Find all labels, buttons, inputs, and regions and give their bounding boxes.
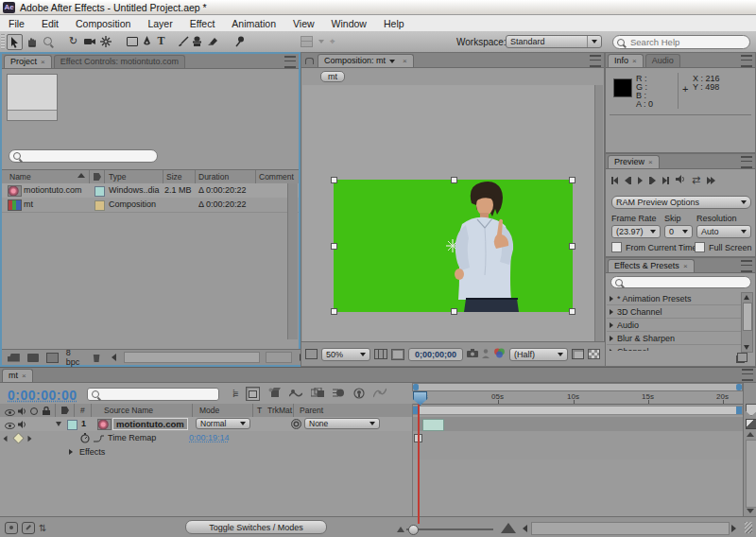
panel-menu-icon[interactable] <box>741 260 752 272</box>
scroll-down-arrow[interactable] <box>744 345 749 350</box>
rectangle-tool[interactable] <box>125 34 139 48</box>
expander-icon[interactable] <box>69 449 73 455</box>
show-channel-icon[interactable] <box>493 348 506 360</box>
time-navigator[interactable] <box>412 383 743 391</box>
effects-group-row[interactable]: Effects <box>0 445 412 460</box>
layer-row-1[interactable]: 1 motiontuto.com Normal None <box>0 417 412 432</box>
layer-duration-bar[interactable] <box>422 419 444 431</box>
pen-tool[interactable] <box>140 34 154 48</box>
selection-handle[interactable] <box>331 243 337 250</box>
comp-viewer[interactable] <box>302 85 597 342</box>
panel-menu-icon[interactable] <box>741 55 752 67</box>
effects-category-blur-sharpen[interactable]: Blur & Sharpen <box>607 332 745 345</box>
col-number[interactable]: # <box>80 406 85 415</box>
col-t[interactable]: T <box>257 406 262 415</box>
hscroll-thumb[interactable] <box>266 352 292 363</box>
expander-icon[interactable] <box>610 336 613 341</box>
effects-category-audio[interactable]: Audio <box>607 319 745 332</box>
loop-button[interactable]: ⇄ <box>692 174 700 186</box>
effects-category-animation-presets[interactable]: * Animation Presets <box>607 292 745 305</box>
folder-icon[interactable] <box>27 354 39 362</box>
tab-info[interactable]: Info× <box>608 54 644 67</box>
comp-timecode[interactable]: 0;00;00;00 <box>408 348 463 361</box>
menu-effect[interactable]: Effect <box>181 18 224 29</box>
graph-editor-icon[interactable] <box>373 388 387 400</box>
scroll-up-arrow[interactable] <box>747 432 754 437</box>
selection-handle[interactable] <box>569 177 576 183</box>
menu-edit[interactable]: Edit <box>33 18 67 29</box>
menu-composition[interactable]: Composition <box>67 18 139 29</box>
draft-3d-icon[interactable] <box>268 388 281 400</box>
interpret-footage-icon[interactable] <box>8 354 20 362</box>
trash-icon[interactable] <box>93 353 100 362</box>
selection-handle[interactable] <box>331 177 337 183</box>
comp-button-icon[interactable] <box>746 419 756 429</box>
lock-icon[interactable] <box>43 407 50 417</box>
play-button[interactable] <box>638 177 643 184</box>
hscroll-track[interactable] <box>124 352 260 363</box>
expand-layer-switches-icon[interactable] <box>5 522 18 534</box>
expander-icon[interactable] <box>610 296 613 302</box>
expand-in-out-icon[interactable]: ⇅ <box>39 523 46 533</box>
menu-view[interactable]: View <box>284 18 323 29</box>
tab-preview[interactable]: Preview× <box>608 155 660 168</box>
menu-layer[interactable]: Layer <box>139 18 180 29</box>
label-column-icon[interactable] <box>94 173 101 181</box>
project-search-box[interactable] <box>9 149 158 163</box>
tab-effects-presets[interactable]: Effects & Presets× <box>608 259 695 272</box>
ram-preview-options-dropdown[interactable]: RAM Preview Options <box>611 196 751 209</box>
menu-animation[interactable]: Animation <box>223 18 284 29</box>
close-icon[interactable]: × <box>683 262 688 270</box>
menu-help[interactable]: Help <box>375 18 413 29</box>
hide-shy-layers-icon[interactable] <box>289 389 302 400</box>
comp-mini-flowchart-chip[interactable]: mt <box>320 71 345 82</box>
project-row-comp[interactable]: mt Composition Δ 0:00:20:22 <box>2 198 299 213</box>
show-snapshot-icon[interactable] <box>482 349 490 360</box>
stopwatch-icon[interactable] <box>80 433 90 445</box>
hscroll-left-arrow[interactable] <box>112 354 116 361</box>
eraser-tool[interactable] <box>205 34 219 48</box>
selection-handle[interactable] <box>331 308 337 315</box>
blend-mode-dropdown[interactable]: Normal <box>196 418 250 429</box>
close-icon[interactable]: × <box>648 158 653 166</box>
next-frame-button[interactable] <box>649 177 656 184</box>
eye-icon[interactable] <box>5 421 15 431</box>
expander-icon[interactable] <box>610 349 613 352</box>
col-comment[interactable]: Comment <box>259 172 294 182</box>
current-time-display[interactable]: 0:00:00:00 <box>8 388 77 403</box>
track-row-1[interactable] <box>412 417 743 432</box>
region-of-interest-icon[interactable] <box>572 349 584 359</box>
pick-whip-icon[interactable] <box>291 419 301 429</box>
timeline-hscroll-track[interactable] <box>531 522 730 535</box>
comp-marker-bin-icon[interactable] <box>746 404 756 416</box>
footage-label-chip[interactable] <box>94 186 105 197</box>
tab-project[interactable]: Project× <box>4 55 52 68</box>
selection-handle[interactable] <box>451 177 457 183</box>
time-ruler[interactable]: 0s 05s 10s 15s 20s <box>412 391 743 405</box>
col-type[interactable]: Type <box>109 172 126 182</box>
effects-search-input[interactable] <box>627 274 744 290</box>
from-current-time-option[interactable]: From Current Time <box>611 242 697 252</box>
panel-menu-icon[interactable] <box>741 156 752 168</box>
last-frame-button[interactable] <box>662 177 669 184</box>
col-parent[interactable]: Parent <box>300 406 323 415</box>
layer-name[interactable]: motiontuto.com <box>112 418 188 430</box>
navigator-start-handle[interactable] <box>413 384 419 390</box>
full-screen-checkbox[interactable] <box>695 242 705 252</box>
new-preset-icon[interactable] <box>737 353 747 362</box>
scroll-thumb[interactable] <box>743 303 752 331</box>
project-row-footage[interactable]: motiontuto.com Windows..dia 2.1 MB Δ 0:0… <box>2 183 299 199</box>
work-area-bar[interactable] <box>412 406 743 415</box>
camera-tool[interactable] <box>83 34 97 48</box>
scroll-down-arrow[interactable] <box>747 509 754 513</box>
project-search-input[interactable] <box>25 148 151 165</box>
expander-icon[interactable] <box>610 322 613 328</box>
tab-timeline-mt[interactable]: mt× <box>2 369 33 382</box>
first-frame-button[interactable] <box>611 177 618 184</box>
bit-depth-button[interactable]: 8 bpc <box>66 348 85 367</box>
frame-blending-icon[interactable] <box>311 388 324 400</box>
col-mode[interactable]: Mode <box>199 406 219 415</box>
zoom-out-mountain-icon[interactable] <box>397 527 404 532</box>
hand-tool[interactable] <box>25 34 39 48</box>
brainstorm-icon[interactable] <box>353 388 365 401</box>
